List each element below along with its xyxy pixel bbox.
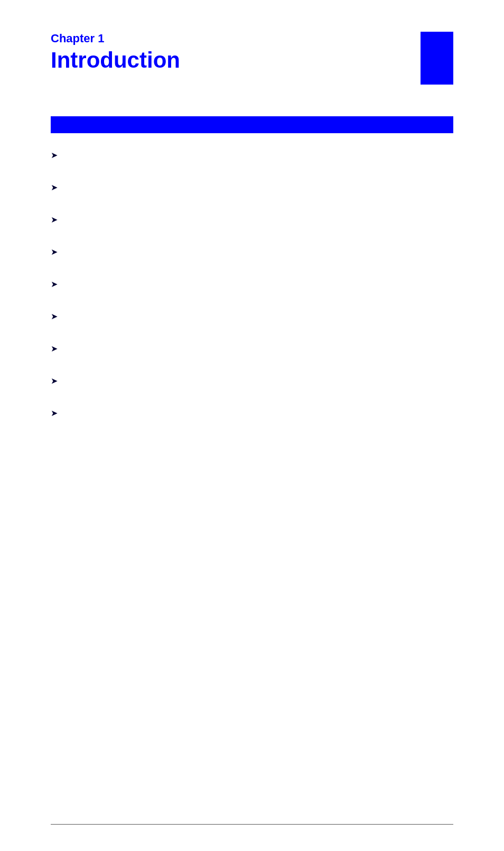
bullet-list: ➤ ➤ ➤ ➤ ➤ ➤ ➤ ➤ xyxy=(51,149,453,418)
chapter-title: Introduction xyxy=(51,48,180,73)
bullet-item-text xyxy=(65,343,453,351)
list-item: ➤ xyxy=(51,407,453,418)
list-item: ➤ xyxy=(51,149,453,160)
bullet-arrow-icon: ➤ xyxy=(51,215,58,225)
bullet-item-text xyxy=(65,310,453,319)
bullet-arrow-icon: ➤ xyxy=(51,344,58,354)
bullet-item-text xyxy=(65,375,453,383)
list-item: ➤ xyxy=(51,375,453,386)
list-item: ➤ xyxy=(51,246,453,257)
bullet-arrow-icon: ➤ xyxy=(51,150,58,160)
bullet-item-text xyxy=(65,149,453,158)
bullet-item-text xyxy=(65,214,453,222)
bullet-item-text xyxy=(65,407,453,415)
bullet-arrow-icon: ➤ xyxy=(51,279,58,289)
chapter-tab-decoration xyxy=(421,32,453,85)
bullet-item-text xyxy=(65,246,453,254)
bullet-item-text xyxy=(65,278,453,286)
bullet-item-text xyxy=(65,181,453,190)
list-item: ➤ xyxy=(51,181,453,192)
list-item: ➤ xyxy=(51,310,453,321)
list-item: ➤ xyxy=(51,278,453,289)
footer-divider xyxy=(51,824,453,825)
chapter-label: Chapter 1 xyxy=(51,32,180,45)
list-item: ➤ xyxy=(51,343,453,354)
header-area: Chapter 1 Introduction xyxy=(51,32,453,85)
section-blue-bar xyxy=(51,116,453,133)
bullet-arrow-icon: ➤ xyxy=(51,247,58,257)
page: Chapter 1 Introduction ➤ ➤ ➤ ➤ ➤ ➤ xyxy=(0,0,504,851)
list-item: ➤ xyxy=(51,214,453,225)
bullet-arrow-icon: ➤ xyxy=(51,408,58,418)
bullet-arrow-icon: ➤ xyxy=(51,376,58,386)
chapter-title-block: Chapter 1 Introduction xyxy=(51,32,180,73)
bullet-arrow-icon: ➤ xyxy=(51,311,58,321)
bullet-arrow-icon: ➤ xyxy=(51,182,58,192)
